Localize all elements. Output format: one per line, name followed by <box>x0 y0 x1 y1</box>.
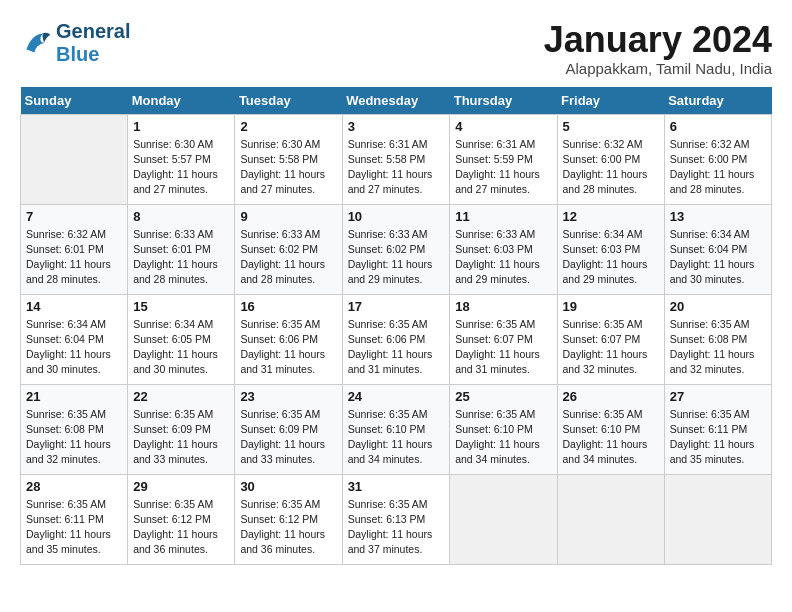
calendar-cell: 8Sunrise: 6:33 AM Sunset: 6:01 PM Daylig… <box>128 204 235 294</box>
calendar-cell: 20Sunrise: 6:35 AM Sunset: 6:08 PM Dayli… <box>664 294 771 384</box>
calendar-cell: 3Sunrise: 6:31 AM Sunset: 5:58 PM Daylig… <box>342 114 450 204</box>
day-info: Sunrise: 6:33 AM Sunset: 6:01 PM Dayligh… <box>133 227 229 288</box>
day-number: 1 <box>133 119 229 134</box>
calendar-cell: 16Sunrise: 6:35 AM Sunset: 6:06 PM Dayli… <box>235 294 342 384</box>
page-header: General Blue January 2024 Alappakkam, Ta… <box>20 20 772 77</box>
month-title: January 2024 <box>544 20 772 60</box>
day-info: Sunrise: 6:34 AM Sunset: 6:04 PM Dayligh… <box>670 227 766 288</box>
day-number: 19 <box>563 299 659 314</box>
title-block: January 2024 Alappakkam, Tamil Nadu, Ind… <box>544 20 772 77</box>
weekday-header-monday: Monday <box>128 87 235 115</box>
day-number: 8 <box>133 209 229 224</box>
day-info: Sunrise: 6:35 AM Sunset: 6:07 PM Dayligh… <box>455 317 551 378</box>
calendar-cell: 28Sunrise: 6:35 AM Sunset: 6:11 PM Dayli… <box>21 474 128 564</box>
day-info: Sunrise: 6:32 AM Sunset: 6:00 PM Dayligh… <box>670 137 766 198</box>
calendar-cell: 31Sunrise: 6:35 AM Sunset: 6:13 PM Dayli… <box>342 474 450 564</box>
calendar-cell <box>664 474 771 564</box>
day-info: Sunrise: 6:32 AM Sunset: 6:00 PM Dayligh… <box>563 137 659 198</box>
day-number: 5 <box>563 119 659 134</box>
calendar-week-row: 28Sunrise: 6:35 AM Sunset: 6:11 PM Dayli… <box>21 474 772 564</box>
day-info: Sunrise: 6:30 AM Sunset: 5:57 PM Dayligh… <box>133 137 229 198</box>
day-number: 3 <box>348 119 445 134</box>
weekday-header-thursday: Thursday <box>450 87 557 115</box>
calendar-cell: 25Sunrise: 6:35 AM Sunset: 6:10 PM Dayli… <box>450 384 557 474</box>
day-number: 18 <box>455 299 551 314</box>
day-info: Sunrise: 6:35 AM Sunset: 6:13 PM Dayligh… <box>348 497 445 558</box>
day-number: 9 <box>240 209 336 224</box>
location: Alappakkam, Tamil Nadu, India <box>544 60 772 77</box>
calendar-cell: 15Sunrise: 6:34 AM Sunset: 6:05 PM Dayli… <box>128 294 235 384</box>
weekday-header-tuesday: Tuesday <box>235 87 342 115</box>
day-info: Sunrise: 6:35 AM Sunset: 6:08 PM Dayligh… <box>670 317 766 378</box>
logo: General Blue <box>20 20 130 66</box>
calendar-cell: 13Sunrise: 6:34 AM Sunset: 6:04 PM Dayli… <box>664 204 771 294</box>
day-info: Sunrise: 6:35 AM Sunset: 6:09 PM Dayligh… <box>133 407 229 468</box>
day-number: 4 <box>455 119 551 134</box>
weekday-header-row: SundayMondayTuesdayWednesdayThursdayFrid… <box>21 87 772 115</box>
day-info: Sunrise: 6:33 AM Sunset: 6:03 PM Dayligh… <box>455 227 551 288</box>
calendar-table: SundayMondayTuesdayWednesdayThursdayFrid… <box>20 87 772 565</box>
day-info: Sunrise: 6:35 AM Sunset: 6:10 PM Dayligh… <box>455 407 551 468</box>
day-number: 15 <box>133 299 229 314</box>
day-number: 17 <box>348 299 445 314</box>
day-info: Sunrise: 6:35 AM Sunset: 6:11 PM Dayligh… <box>26 497 122 558</box>
day-info: Sunrise: 6:35 AM Sunset: 6:12 PM Dayligh… <box>240 497 336 558</box>
day-number: 6 <box>670 119 766 134</box>
calendar-cell: 2Sunrise: 6:30 AM Sunset: 5:58 PM Daylig… <box>235 114 342 204</box>
day-info: Sunrise: 6:33 AM Sunset: 6:02 PM Dayligh… <box>240 227 336 288</box>
calendar-week-row: 21Sunrise: 6:35 AM Sunset: 6:08 PM Dayli… <box>21 384 772 474</box>
weekday-header-saturday: Saturday <box>664 87 771 115</box>
day-info: Sunrise: 6:35 AM Sunset: 6:07 PM Dayligh… <box>563 317 659 378</box>
day-info: Sunrise: 6:33 AM Sunset: 6:02 PM Dayligh… <box>348 227 445 288</box>
day-info: Sunrise: 6:35 AM Sunset: 6:12 PM Dayligh… <box>133 497 229 558</box>
calendar-cell: 7Sunrise: 6:32 AM Sunset: 6:01 PM Daylig… <box>21 204 128 294</box>
calendar-cell: 24Sunrise: 6:35 AM Sunset: 6:10 PM Dayli… <box>342 384 450 474</box>
calendar-week-row: 1Sunrise: 6:30 AM Sunset: 5:57 PM Daylig… <box>21 114 772 204</box>
calendar-cell: 26Sunrise: 6:35 AM Sunset: 6:10 PM Dayli… <box>557 384 664 474</box>
day-info: Sunrise: 6:34 AM Sunset: 6:03 PM Dayligh… <box>563 227 659 288</box>
calendar-cell: 4Sunrise: 6:31 AM Sunset: 5:59 PM Daylig… <box>450 114 557 204</box>
calendar-cell <box>21 114 128 204</box>
day-number: 11 <box>455 209 551 224</box>
day-number: 10 <box>348 209 445 224</box>
day-number: 20 <box>670 299 766 314</box>
logo-bird-icon <box>20 27 52 59</box>
logo-text: General Blue <box>56 20 130 66</box>
day-number: 24 <box>348 389 445 404</box>
day-number: 25 <box>455 389 551 404</box>
day-number: 27 <box>670 389 766 404</box>
day-info: Sunrise: 6:35 AM Sunset: 6:11 PM Dayligh… <box>670 407 766 468</box>
day-number: 21 <box>26 389 122 404</box>
day-number: 12 <box>563 209 659 224</box>
calendar-cell <box>557 474 664 564</box>
calendar-cell: 23Sunrise: 6:35 AM Sunset: 6:09 PM Dayli… <box>235 384 342 474</box>
calendar-cell: 11Sunrise: 6:33 AM Sunset: 6:03 PM Dayli… <box>450 204 557 294</box>
day-number: 23 <box>240 389 336 404</box>
calendar-cell: 5Sunrise: 6:32 AM Sunset: 6:00 PM Daylig… <box>557 114 664 204</box>
day-number: 16 <box>240 299 336 314</box>
day-info: Sunrise: 6:35 AM Sunset: 6:10 PM Dayligh… <box>563 407 659 468</box>
day-number: 2 <box>240 119 336 134</box>
calendar-cell: 21Sunrise: 6:35 AM Sunset: 6:08 PM Dayli… <box>21 384 128 474</box>
day-info: Sunrise: 6:31 AM Sunset: 5:58 PM Dayligh… <box>348 137 445 198</box>
calendar-cell: 14Sunrise: 6:34 AM Sunset: 6:04 PM Dayli… <box>21 294 128 384</box>
day-number: 31 <box>348 479 445 494</box>
calendar-cell: 27Sunrise: 6:35 AM Sunset: 6:11 PM Dayli… <box>664 384 771 474</box>
day-info: Sunrise: 6:31 AM Sunset: 5:59 PM Dayligh… <box>455 137 551 198</box>
day-info: Sunrise: 6:32 AM Sunset: 6:01 PM Dayligh… <box>26 227 122 288</box>
calendar-cell <box>450 474 557 564</box>
calendar-week-row: 14Sunrise: 6:34 AM Sunset: 6:04 PM Dayli… <box>21 294 772 384</box>
day-info: Sunrise: 6:35 AM Sunset: 6:09 PM Dayligh… <box>240 407 336 468</box>
day-info: Sunrise: 6:34 AM Sunset: 6:05 PM Dayligh… <box>133 317 229 378</box>
day-info: Sunrise: 6:30 AM Sunset: 5:58 PM Dayligh… <box>240 137 336 198</box>
day-info: Sunrise: 6:35 AM Sunset: 6:08 PM Dayligh… <box>26 407 122 468</box>
calendar-cell: 22Sunrise: 6:35 AM Sunset: 6:09 PM Dayli… <box>128 384 235 474</box>
calendar-cell: 30Sunrise: 6:35 AM Sunset: 6:12 PM Dayli… <box>235 474 342 564</box>
calendar-cell: 6Sunrise: 6:32 AM Sunset: 6:00 PM Daylig… <box>664 114 771 204</box>
calendar-cell: 1Sunrise: 6:30 AM Sunset: 5:57 PM Daylig… <box>128 114 235 204</box>
day-number: 13 <box>670 209 766 224</box>
day-number: 26 <box>563 389 659 404</box>
calendar-cell: 12Sunrise: 6:34 AM Sunset: 6:03 PM Dayli… <box>557 204 664 294</box>
day-number: 22 <box>133 389 229 404</box>
day-number: 28 <box>26 479 122 494</box>
